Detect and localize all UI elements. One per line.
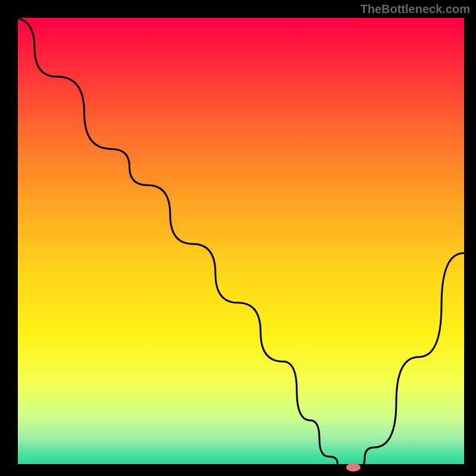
optimum-marker xyxy=(346,463,361,471)
bottleneck-chart xyxy=(0,0,476,476)
watermark-text: TheBottleneck.com xyxy=(361,2,470,16)
